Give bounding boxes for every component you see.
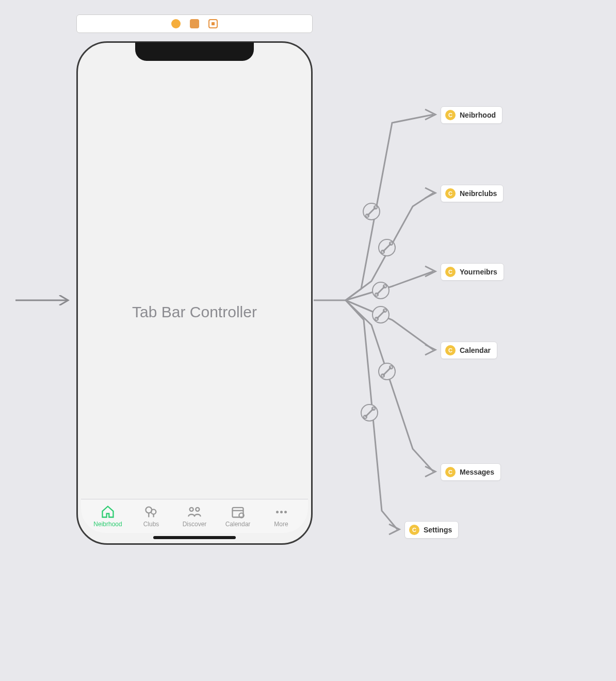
svg-point-31 (361, 404, 378, 421)
svg-point-11 (363, 203, 380, 220)
svg-point-17 (381, 250, 384, 253)
svg-line-16 (383, 244, 391, 252)
tab-label: Discover (183, 521, 207, 528)
device-notch (135, 42, 254, 61)
tab-bar: Neibrhood Clubs Discover Calendar More (81, 499, 308, 533)
svg-point-15 (379, 239, 395, 256)
svg-point-6 (196, 508, 199, 511)
svg-point-30 (390, 366, 393, 369)
svg-point-34 (372, 407, 375, 410)
svg-line-20 (377, 286, 385, 295)
svg-point-21 (375, 293, 378, 296)
destination-label: Calendar (460, 346, 491, 354)
svg-point-5 (190, 508, 193, 511)
controller-icon: C (445, 110, 456, 120)
svg-point-25 (375, 317, 378, 320)
tab-label: More (274, 521, 288, 528)
more-icon (274, 505, 288, 519)
class-icon[interactable] (190, 19, 199, 28)
scene-toolbar[interactable] (76, 14, 313, 33)
controller-icon: C (445, 345, 456, 355)
destination-messages[interactable]: C Messages (441, 463, 501, 481)
svg-point-19 (372, 282, 389, 299)
tab-calendar[interactable]: Calendar (216, 505, 260, 528)
home-indicator (153, 536, 236, 539)
destination-calendar[interactable]: C Calendar (441, 342, 497, 359)
svg-line-28 (383, 367, 391, 376)
svg-point-33 (364, 415, 367, 418)
controller-icon: C (445, 267, 456, 277)
destination-label: Yourneibrs (460, 268, 497, 276)
svg-point-27 (379, 363, 395, 380)
destination-label: Neibrhood (460, 111, 496, 119)
tab-more[interactable]: More (260, 505, 303, 528)
scene-title: Tab Bar Controller (78, 303, 311, 321)
tab-bar-controller-scene[interactable]: Tab Bar Controller Neibrhood Clubs Disco… (76, 41, 313, 545)
svg-point-29 (381, 374, 384, 377)
tab-discover[interactable]: Discover (173, 505, 216, 528)
svg-point-2 (151, 509, 156, 514)
destination-yourneibrs[interactable]: C Yourneibrs (441, 263, 504, 281)
svg-line-12 (367, 207, 376, 216)
svg-line-32 (365, 409, 374, 417)
storyboard-scene-icon[interactable] (171, 19, 181, 28)
tab-label: Calendar (225, 521, 251, 528)
tab-clubs[interactable]: Clubs (129, 505, 173, 528)
destination-label: Messages (460, 468, 494, 476)
destination-label: Neibrclubs (460, 189, 497, 198)
svg-point-22 (383, 285, 386, 288)
svg-point-14 (374, 206, 377, 209)
svg-point-13 (366, 214, 369, 217)
controller-icon: C (445, 467, 456, 477)
svg-point-18 (390, 242, 393, 245)
destination-neibrclubs[interactable]: C Neibrclubs (441, 185, 504, 202)
entry-arrow (15, 295, 72, 305)
controller-icon: C (445, 188, 456, 199)
destination-settings[interactable]: C Settings (404, 521, 459, 539)
exit-icon[interactable] (208, 19, 218, 28)
calendar-icon (231, 505, 245, 519)
svg-point-26 (383, 309, 386, 312)
house-icon (101, 505, 115, 519)
controller-icon: C (409, 525, 419, 535)
destination-neibrhood[interactable]: C Neibrhood (441, 106, 502, 124)
tab-label: Neibrhood (93, 521, 122, 528)
svg-point-23 (372, 306, 389, 323)
people-icon (187, 505, 202, 519)
tab-neibrhood[interactable]: Neibrhood (86, 505, 129, 528)
svg-rect-7 (233, 508, 244, 517)
tab-label: Clubs (143, 521, 159, 528)
destination-label: Settings (424, 526, 452, 534)
svg-line-24 (377, 311, 385, 319)
tree-icon (144, 505, 158, 519)
